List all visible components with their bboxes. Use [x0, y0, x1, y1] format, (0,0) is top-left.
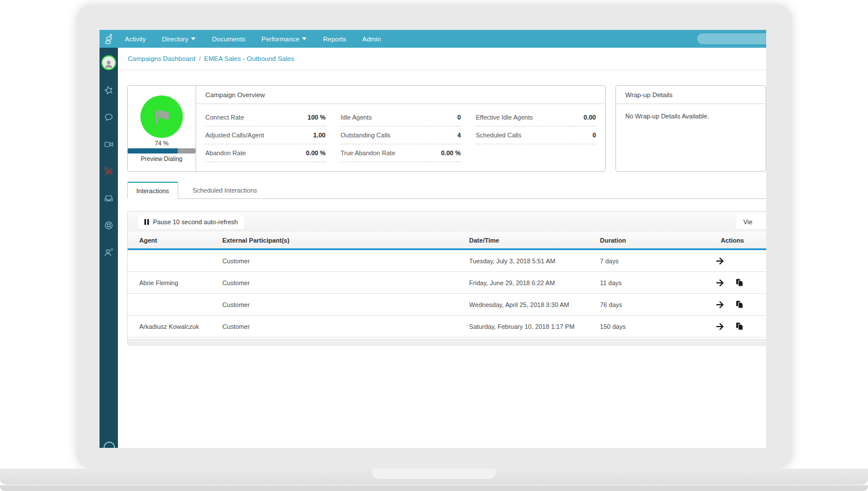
chat-bubble-icon[interactable] — [104, 112, 114, 122]
breadcrumb-separator: / — [199, 55, 201, 62]
stat-scheduled-calls: Scheduled Calls 0 — [476, 126, 596, 144]
wrapup-empty-message: No Wrap-up Details Available. — [616, 104, 766, 128]
table-row[interactable]: Abrie Fleming Customer Friday, June 29, … — [128, 272, 766, 294]
open-interaction-arrow-icon[interactable] — [714, 321, 726, 332]
flag-icon — [150, 105, 173, 128]
cell-datetime: Tuesday, July 3, 2018 5:51 AM — [469, 258, 600, 264]
cell-actions — [702, 321, 766, 332]
dialing-mode-label: Preview Dialing — [141, 155, 182, 162]
column-header-datetime[interactable]: Date/Time — [469, 237, 600, 244]
campaign-progress-fill — [128, 148, 178, 154]
user-avatar[interactable] — [101, 55, 116, 70]
nav-item-activity[interactable]: Activity — [125, 36, 146, 43]
pause-autorefresh-button[interactable]: Pause 10 second auto-refresh — [138, 215, 244, 229]
content: 74 % Preview Dialing Campaign Overview C… — [118, 70, 766, 346]
nav-item-documents[interactable]: Documents — [212, 36, 245, 43]
cell-agent: Arkadiusz Kowalczuk — [128, 323, 222, 330]
cell-duration: 76 days — [600, 301, 702, 308]
column-header-participant[interactable]: External Participant(s) — [222, 237, 469, 244]
help-ring-icon[interactable] — [104, 220, 114, 231]
sidebar-bottom-icon[interactable] — [104, 442, 115, 448]
table-row[interactable]: Arkadiusz Kowalczuk Customer Saturday, F… — [128, 316, 766, 337]
stats-column-2: Idle Agents 0 Outstanding Calls 4 True A… — [341, 109, 461, 162]
stat-connect-rate: Connect Rate 100 % — [205, 109, 326, 126]
cell-duration: 7 days — [600, 258, 702, 264]
stat-idle-agents: Idle Agents 0 — [341, 109, 461, 126]
top-nav-bar: Activity Directory Documents Performance… — [100, 30, 766, 48]
laptop-base-edge — [0, 485, 868, 491]
cell-datetime: Friday, June 29, 2018 6:22 AM — [469, 279, 600, 286]
cell-datetime: Saturday, February 10, 2018 1:17 PM — [469, 323, 600, 330]
app-window: Activity Directory Documents Performance… — [100, 30, 766, 448]
end-call-phone-icon[interactable] — [104, 166, 114, 177]
laptop-hinge-notch — [372, 469, 496, 479]
column-header-actions: Actions — [702, 237, 766, 244]
wrapup-details-card: Wrap-up Details No Wrap-up Details Avail… — [615, 85, 766, 172]
cell-actions — [702, 278, 766, 288]
open-interaction-arrow-icon[interactable] — [714, 300, 726, 310]
overview-stats: Connect Rate 100 % Adjusted Calls/Agent … — [196, 109, 605, 162]
search-input[interactable] — [697, 33, 766, 44]
favorites-star-icon[interactable] — [104, 85, 114, 95]
pause-icon — [144, 219, 149, 225]
view-button[interactable]: Vie — [736, 215, 766, 229]
inbox-tray-icon[interactable] — [104, 193, 114, 204]
nav-item-admin[interactable]: Admin — [362, 36, 381, 43]
table-row[interactable]: Customer Wednesday, April 25, 2018 3:30 … — [128, 294, 766, 316]
table-row[interactable]: Customer Tuesday, July 3, 2018 5:51 AM 7… — [128, 250, 766, 272]
sidebar — [100, 48, 118, 448]
copy-pages-icon[interactable] — [733, 300, 745, 310]
cell-actions — [702, 300, 766, 310]
campaign-progress-bar — [128, 148, 196, 154]
campaign-percent: 74 % — [155, 140, 169, 147]
cell-participant: Customer — [222, 301, 469, 308]
overview-title: Campaign Overview — [196, 86, 605, 104]
stat-adjusted-calls: Adjusted Calls/Agent 1.00 — [205, 126, 326, 144]
column-header-duration[interactable]: Duration — [600, 237, 702, 244]
person-icon — [104, 59, 114, 69]
app-logo-icon[interactable] — [100, 33, 118, 45]
cell-duration: 150 days — [600, 323, 702, 330]
open-interaction-arrow-icon[interactable] — [714, 278, 726, 288]
copy-pages-icon[interactable] — [733, 321, 745, 332]
stat-effective-idle-agents: Effective Idle Agents 0.00 — [476, 109, 596, 126]
nav-menu: Activity Directory Documents Performance… — [125, 36, 381, 43]
cell-duration: 11 days — [600, 279, 702, 286]
stats-column-3: Effective Idle Agents 0.00 Scheduled Cal… — [476, 109, 596, 162]
campaign-overview-card: Campaign Overview Connect Rate 100 % Adj… — [196, 85, 606, 172]
wrapup-title: Wrap-up Details — [616, 86, 766, 104]
breadcrumb: Campaigns Dashboard / EMEA Sales - Outbo… — [118, 48, 766, 70]
tab-scheduled-interactions[interactable]: Scheduled Interactions — [184, 182, 266, 198]
open-interaction-arrow-icon[interactable] — [714, 256, 726, 266]
chevron-down-icon — [191, 37, 196, 40]
stats-column-1: Connect Rate 100 % Adjusted Calls/Agent … — [205, 109, 326, 162]
cell-participant: Customer — [222, 258, 469, 264]
tab-interactions[interactable]: Interactions — [127, 182, 178, 199]
breadcrumb-parent-link[interactable]: Campaigns Dashboard — [128, 55, 196, 62]
nav-item-reports[interactable]: Reports — [323, 36, 346, 43]
cell-participant: Customer — [222, 323, 469, 330]
cell-actions — [702, 256, 766, 266]
column-header-agent[interactable]: Agent — [128, 237, 222, 244]
interactions-tabs: Interactions Scheduled Interactions — [127, 182, 766, 199]
copy-pages-icon[interactable] — [733, 278, 745, 288]
agent-person-icon[interactable] — [104, 247, 114, 258]
video-camera-icon[interactable] — [104, 139, 114, 149]
nav-item-directory[interactable]: Directory — [162, 36, 196, 43]
cell-datetime: Wednesday, April 25, 2018 3:30 AM — [469, 301, 600, 308]
stat-true-abandon-rate: True Abandon Rate 0.00 % — [341, 144, 461, 162]
breadcrumb-current-link[interactable]: EMEA Sales - Outbound Sales — [204, 55, 295, 62]
stat-abandon-rate: Abandon Rate 0.00 % — [205, 144, 326, 162]
table-toolbar: Pause 10 second auto-refresh Vie — [128, 212, 766, 232]
nav-item-performance[interactable]: Performance — [262, 36, 307, 43]
page: Activity Directory Documents Performance… — [0, 0, 868, 491]
campaign-status-card: 74 % Preview Dialing — [127, 85, 196, 172]
summary-panels: 74 % Preview Dialing Campaign Overview C… — [127, 85, 766, 172]
cell-agent: Abrie Fleming — [128, 279, 222, 286]
actions-empty-slot — [733, 256, 745, 266]
chevron-down-icon — [302, 37, 307, 40]
campaign-flag-badge — [140, 95, 183, 138]
main-area: Campaigns Dashboard / EMEA Sales - Outbo… — [118, 48, 766, 448]
table-header-row: Agent External Participant(s) Date/Time … — [128, 232, 766, 250]
table-footer-strip — [128, 339, 766, 345]
